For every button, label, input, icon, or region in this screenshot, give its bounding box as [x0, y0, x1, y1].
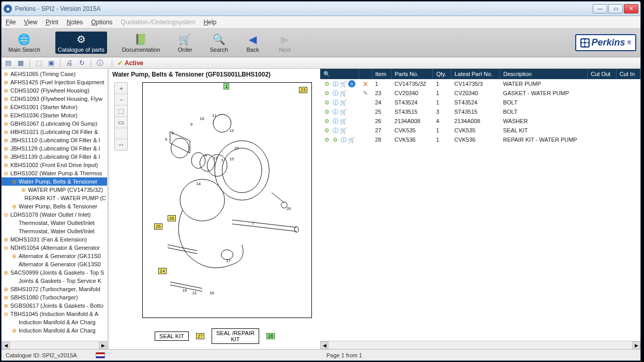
- collapse-icon[interactable]: ⊖: [3, 211, 9, 218]
- x-icon[interactable]: ✕: [362, 80, 369, 87]
- info-icon[interactable]: ⓘ: [340, 136, 347, 143]
- gear-icon[interactable]: ⚙: [323, 80, 331, 87]
- expand-icon[interactable]: ⊕: [3, 112, 9, 119]
- fit-button[interactable]: ⬚: [115, 105, 127, 117]
- col-qty[interactable]: Qty.: [433, 69, 451, 79]
- expand-icon[interactable]: ⊕: [3, 153, 9, 160]
- tree-icon[interactable]: ▤: [4, 58, 13, 68]
- tree-item[interactable]: ⊕SBHS1072 (Turbocharger, Manifold: [2, 285, 107, 293]
- table-row[interactable]: ⚙ⓘ🛒25ST435153ST43515BOLT: [320, 107, 640, 116]
- expand-icon[interactable]: ⊕: [3, 137, 9, 144]
- gear-icon[interactable]: ⚙: [323, 99, 331, 106]
- table-row[interactable]: ⚙ⓘ🛒✎23CV203401CV20340GASKET - WATER PUMP: [320, 88, 640, 98]
- tree-view[interactable]: ⊕AEHS1065 (Timing Case)⊕AFHS1425 (Fuel I…: [2, 69, 107, 341]
- refresh-icon[interactable]: ↻: [77, 58, 86, 68]
- tree-item[interactable]: ·Thermostat, Water Outlet/Inlet: [2, 219, 107, 227]
- table-row[interactable]: ⚙⚙ⓘ🛒28CVK5361CVK536REPAIR KIT - WATER PU…: [320, 135, 640, 144]
- expand-icon[interactable]: ⊕: [3, 87, 9, 94]
- diagram-area[interactable]: ＋ － ⬚ ▭ ↔: [112, 80, 317, 346]
- tree-item[interactable]: ·REPAIR KIT - WATER PUMP (C: [2, 194, 107, 202]
- info-icon[interactable]: ⓘ: [332, 89, 339, 97]
- expand-icon[interactable]: ⊕: [3, 145, 9, 152]
- expand-icon[interactable]: ⊕: [3, 161, 9, 169]
- expand-icon[interactable]: ⊕: [3, 285, 9, 293]
- collapse-icon[interactable]: ⊖: [11, 178, 17, 185]
- info-icon[interactable]: ⓘ: [332, 127, 339, 134]
- tree-item[interactable]: ⊖LDHS1078 (Water Outlet / Inlet): [2, 210, 107, 219]
- collapse-icon[interactable]: ⊖: [3, 244, 9, 251]
- tree-item[interactable]: ⊕EDHS1001 (Starter Motor): [2, 103, 107, 111]
- col-latest[interactable]: Latest Part No.: [451, 69, 500, 79]
- tree-item[interactable]: ⊕CDHS1002 (Flywheel Housing): [2, 86, 107, 95]
- col-item[interactable]: Item: [372, 69, 392, 79]
- gear-icon[interactable]: ⚙: [323, 136, 331, 143]
- collapse-icon[interactable]: ⊖: [3, 310, 9, 318]
- collapse-icon[interactable]: ⬚: [34, 58, 43, 68]
- documentation-button[interactable]: 📗 Documentation: [119, 32, 163, 54]
- tree-item[interactable]: ⊕GBHS1067 (Lubricating Oil Sump): [2, 119, 107, 128]
- table-row[interactable]: ⚙ⓘ🛒S✕1CV14735/3Z1CV14735/3WATER PUMP: [320, 79, 640, 88]
- tree-item[interactable]: ⊕JBHS1128 (Lubricating Oil Filter & I: [2, 144, 107, 153]
- tree-item[interactable]: ⊕SGBS0617 (Joints & Gaskets - Botto: [2, 301, 107, 310]
- col-cutout[interactable]: Cut Out: [588, 69, 617, 79]
- menu-file[interactable]: File: [6, 19, 16, 26]
- cart-icon[interactable]: 🛒: [340, 80, 347, 87]
- tree-item[interactable]: ·Induction Manifold & Air Charg: [2, 318, 107, 326]
- cart-icon[interactable]: 🛒: [348, 136, 355, 143]
- cart-icon[interactable]: 🛒: [340, 127, 347, 134]
- callout-26[interactable]: 26: [168, 215, 176, 221]
- expand-icon[interactable]: ⊕: [11, 252, 17, 260]
- tree-item[interactable]: ⊕Induction Manifold & Air Charg: [2, 326, 107, 335]
- gear-icon[interactable]: ⚙: [323, 89, 331, 97]
- expand-icon[interactable]: ⊕: [20, 186, 26, 193]
- menu-options[interactable]: Options: [91, 19, 112, 26]
- scroll-left-icon[interactable]: ◀: [320, 341, 328, 349]
- scroll-right-icon[interactable]: ▶: [99, 342, 107, 349]
- table-row[interactable]: ⚙ⓘ🛒262134A00842134A008WASHER: [320, 116, 640, 126]
- collapse-icon[interactable]: ⊖: [3, 170, 9, 177]
- table-row[interactable]: ⚙ⓘ🛒27CVK5351CVK535SEAL KIT: [320, 126, 640, 135]
- expand-icon[interactable]: ⊕: [3, 269, 9, 276]
- tree-item[interactable]: ·Thermostat, Water Outlet/Inlet: [2, 227, 107, 235]
- expand-icon[interactable]: ⊕: [3, 103, 9, 111]
- tree-item[interactable]: ⊕SBHS1080 (Turbocharger): [2, 293, 107, 301]
- expand-icon[interactable]: ⊕: [3, 95, 9, 102]
- menu-print[interactable]: Print: [46, 19, 58, 26]
- expand-icon[interactable]: ⊕: [3, 302, 9, 309]
- list-icon[interactable]: ▦: [16, 58, 25, 68]
- info-icon[interactable]: ⓘ: [332, 80, 339, 87]
- menu-help[interactable]: Help: [204, 19, 217, 26]
- tree-item[interactable]: ⊕WATER PUMP (CV14735/3Z): [2, 186, 107, 194]
- back-button[interactable]: ◀ Back: [243, 32, 263, 54]
- tree-item[interactable]: ⊕Water Pump, Belts & Tensioner: [2, 202, 107, 210]
- info-icon[interactable]: ⓘ: [332, 108, 339, 115]
- tree-item[interactable]: ⊖Water Pump, Belts & Tensioner: [2, 177, 107, 186]
- tree-item[interactable]: ·Alternator & Generator (GK13S0: [2, 260, 107, 268]
- tree-item[interactable]: ⊕KBHS1002 (Front End Drive Input): [2, 161, 107, 169]
- cart-icon[interactable]: 🛒: [340, 117, 347, 125]
- note-icon[interactable]: ✎: [362, 89, 369, 97]
- print-icon[interactable]: 🖨: [65, 58, 74, 68]
- menu-notes[interactable]: Notes: [67, 19, 83, 26]
- exploded-view[interactable]: 89 1011 1222 413 314 157 2019 2116 176 1…: [142, 82, 312, 318]
- tree-item[interactable]: ⊕Alternator & Generator (GK11S0: [2, 252, 107, 260]
- col-desc[interactable]: Description: [500, 69, 587, 79]
- menu-view[interactable]: View: [24, 19, 37, 26]
- gear-icon[interactable]: ⚙: [323, 127, 331, 134]
- order-button[interactable]: 🛒 Order: [175, 32, 195, 54]
- expand-icon[interactable]: ⊕: [3, 70, 9, 78]
- tree-item[interactable]: ⊕JBHS1139 (Lubricating Oil Filter & I: [2, 153, 107, 161]
- uk-flag-icon[interactable]: [96, 352, 105, 358]
- tree-item[interactable]: ·Joints & Gaskets - Top Service K: [2, 277, 107, 285]
- info-icon[interactable]: ⓘ: [332, 99, 339, 106]
- tree-item[interactable]: ⊕HBHS1021 (Lubricating Oil Filler &: [2, 128, 107, 136]
- sidebar-hscroll[interactable]: ◀ ▶: [2, 341, 107, 349]
- catalogue-button[interactable]: ⚙ Catalogue of parts: [55, 32, 107, 54]
- tree-item[interactable]: ⊕MDHS1031 (Fan & Extension): [2, 235, 107, 244]
- expand-icon[interactable]: ⊕: [3, 128, 9, 135]
- info-icon[interactable]: ⓘ: [332, 117, 339, 125]
- tree-item[interactable]: ⊕CDHS1093 (Flywheel Housing, Flyw: [2, 95, 107, 103]
- cart-icon[interactable]: 🛒: [340, 108, 347, 115]
- maximize-button[interactable]: ▭: [608, 4, 623, 13]
- main-search-button[interactable]: 🌐 Main Search: [6, 32, 43, 54]
